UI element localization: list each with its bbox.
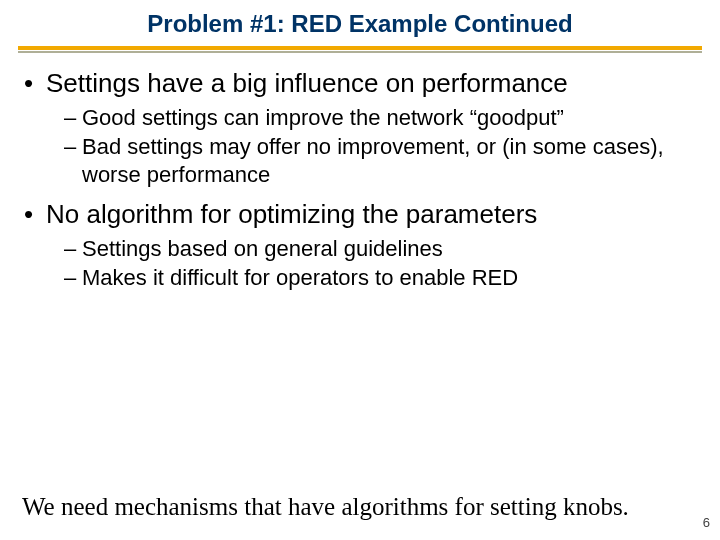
rule-bar-shadow [18,51,702,53]
slide-title: Problem #1: RED Example Continued [0,0,720,46]
sub-bullet-item: Makes it difficult for operators to enab… [64,264,698,292]
sub-bullet-item: Good settings can improve the network “g… [64,104,698,132]
bullet-text: No algorithm for optimizing the paramete… [46,199,537,229]
footer-note: We need mechanisms that have algorithms … [22,492,692,522]
sub-bullet-item: Settings based on general guidelines [64,235,698,263]
sub-bullet-list: Good settings can improve the network “g… [46,104,698,189]
bullet-text: Settings have a big influence on perform… [46,68,568,98]
page-number: 6 [703,515,710,530]
bullet-list: Settings have a big influence on perform… [22,67,698,292]
sub-bullet-list: Settings based on general guidelines Mak… [46,235,698,292]
sub-bullet-item: Bad settings may offer no improvement, o… [64,133,698,188]
slide: Problem #1: RED Example Continued Settin… [0,0,720,540]
rule-bar-orange [18,46,702,50]
bullet-item: Settings have a big influence on perform… [22,67,698,188]
bullet-item: No algorithm for optimizing the paramete… [22,198,698,292]
content-area: Settings have a big influence on perform… [0,53,720,292]
title-rule [18,46,702,53]
